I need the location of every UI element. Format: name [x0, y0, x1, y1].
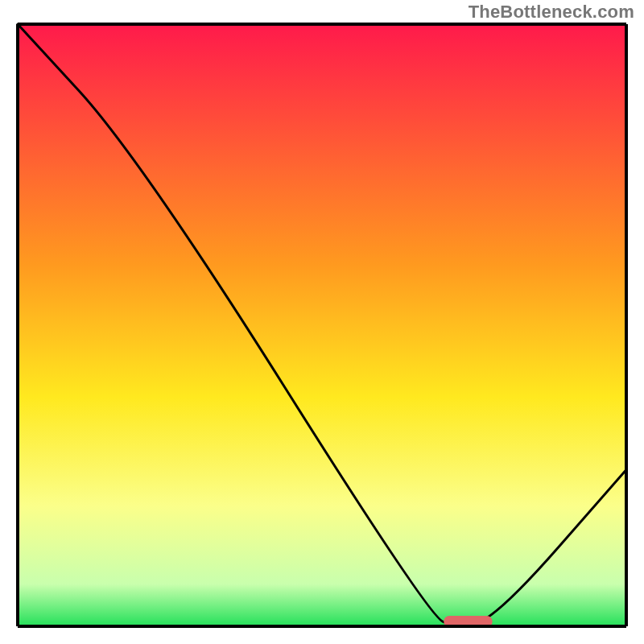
- watermark-text: TheBottleneck.com: [469, 2, 634, 23]
- plot-background: [18, 24, 626, 626]
- bottleneck-chart: [0, 0, 644, 644]
- chart-container: TheBottleneck.com: [0, 0, 644, 644]
